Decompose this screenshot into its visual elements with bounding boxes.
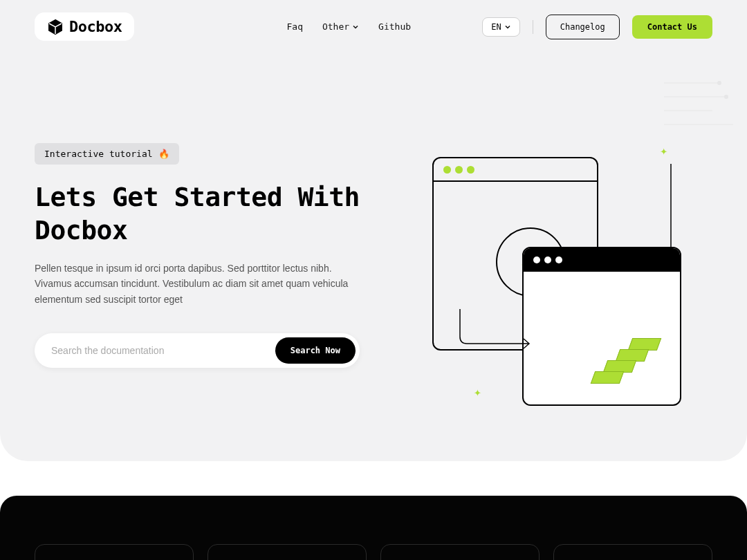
hero-illustration: ✦ ✦ ✦ [418,143,681,406]
changelog-button[interactable]: Changelog [546,15,620,39]
search-button[interactable]: Search Now [275,337,356,364]
chevron-down-icon [504,24,511,30]
stairs-icon [593,338,659,384]
features-section [0,496,747,560]
logo[interactable]: Docbox [35,12,134,41]
nav-other-label: Other [322,21,349,32]
fire-icon: 🔥 [158,149,169,159]
feature-card[interactable] [208,544,367,560]
site-header: Docbox Faq Other Github EN Changelog Con… [0,0,747,53]
feature-card[interactable] [553,544,712,560]
nav-github[interactable]: Github [378,21,411,32]
illustration-window-front [522,247,681,406]
chevron-down-icon [352,24,359,30]
divider [533,20,533,34]
feature-card[interactable] [35,544,194,560]
main-nav: Faq Other Github [286,21,411,32]
nav-other[interactable]: Other [322,21,359,32]
svg-point-1 [724,95,728,99]
hero-description: Pellen tesque in ipsum id orci porta dap… [35,261,360,307]
feature-cards [35,544,712,560]
box-icon [47,19,64,35]
tutorial-badge: Interactive tutorial 🔥 [35,143,179,165]
hero-title: Lets Get Started With Docbox [35,181,360,247]
svg-point-0 [717,81,721,85]
hero-section: Interactive tutorial 🔥 Lets Get Started … [0,53,747,461]
sparkle-icon: ✦ [660,143,667,158]
header-actions: EN Changelog Contact Us [482,15,712,39]
search-bar: Search Now [35,333,360,368]
contact-button[interactable]: Contact Us [632,15,712,39]
search-input[interactable] [51,345,275,356]
language-selector[interactable]: EN [482,17,519,37]
arrow-right-icon [453,309,536,351]
hero-content: Interactive tutorial 🔥 Lets Get Started … [35,143,360,406]
logo-text: Docbox [69,18,122,35]
sparkle-icon: ✦ [474,384,481,399]
nav-faq[interactable]: Faq [286,21,302,32]
badge-text: Interactive tutorial [44,149,153,159]
hero-illustration-wrap: ✦ ✦ ✦ [387,143,712,406]
feature-card[interactable] [380,544,540,560]
language-label: EN [491,22,501,32]
